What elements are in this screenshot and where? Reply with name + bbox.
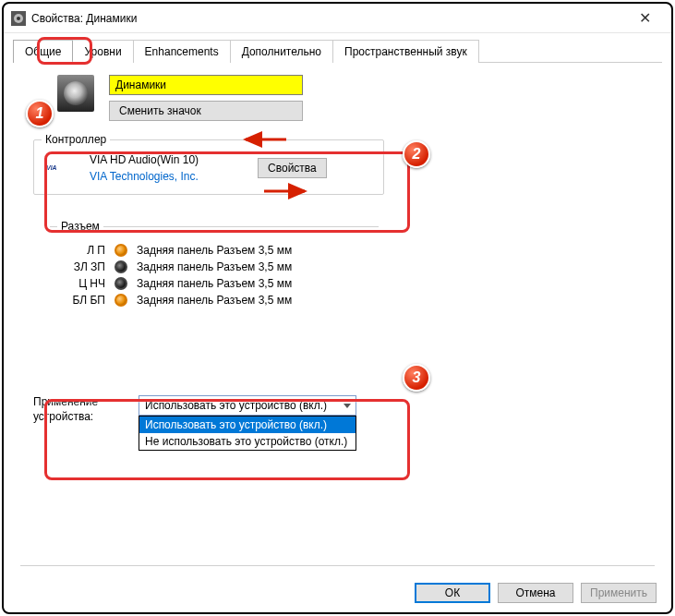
controller-properties-button[interactable]: Свойства [258, 158, 327, 178]
jack-row: ЗЛ ЗП Задняя панель Разъем 3,5 мм [61, 260, 368, 273]
titlebar: Свойства: Динамики ✕ [4, 4, 671, 33]
usage-option-off[interactable]: Не использовать это устройство (откл.) [139, 433, 356, 450]
jack-desc: Задняя панель Разъем 3,5 мм [137, 277, 292, 290]
tab-bar: Общие Уровни Enhancements Дополнительно … [4, 33, 671, 62]
device-icon [57, 75, 94, 112]
cancel-button[interactable]: Отмена [498, 583, 573, 603]
tab-levels[interactable]: Уровни [73, 40, 133, 63]
jack-color-icon [115, 294, 127, 307]
jack-color-icon [115, 260, 127, 273]
tab-general[interactable]: Общие [13, 40, 73, 63]
change-icon-button[interactable]: Сменить значок [109, 101, 303, 121]
jack-desc: Задняя панель Разъем 3,5 мм [137, 294, 292, 307]
jack-row: БЛ БП Задняя панель Разъем 3,5 мм [61, 294, 368, 307]
jack-group-title: Разъем [57, 220, 103, 233]
window-title: Свойства: Динамики [31, 12, 625, 25]
jack-row: Л П Задняя панель Разъем 3,5 мм [61, 244, 368, 257]
tab-enhancements[interactable]: Enhancements [134, 40, 231, 63]
jack-label: Л П [61, 244, 105, 257]
jack-row: Ц НЧ Задняя панель Разъем 3,5 мм [61, 277, 368, 290]
speaker-titlebar-icon [11, 11, 26, 26]
svg-point-2 [17, 17, 20, 20]
usage-label: Применение устройства: [33, 395, 120, 451]
jack-label: Ц НЧ [61, 277, 105, 290]
jack-label: БЛ БП [61, 294, 105, 307]
jack-label: ЗЛ ЗП [61, 260, 105, 273]
separator [20, 565, 655, 566]
tab-advanced[interactable]: Дополнительно [231, 40, 333, 63]
device-name-input[interactable] [109, 75, 303, 95]
tab-spatial[interactable]: Пространственный звук [333, 40, 479, 63]
jack-desc: Задняя панель Разъем 3,5 мм [137, 260, 292, 273]
controller-group-title: Контроллер [42, 133, 110, 146]
controller-vendor-link[interactable]: VIA Technologies, Inc. [90, 170, 199, 183]
usage-selected: Использовать это устройство (вкл.) [145, 399, 327, 412]
jack-color-icon [115, 244, 127, 257]
svg-text:VIA: VIA [46, 164, 56, 171]
via-logo-icon: VIA [45, 160, 77, 176]
usage-option-on[interactable]: Использовать это устройство (вкл.) [139, 417, 356, 433]
ok-button[interactable]: ОК [415, 583, 490, 603]
jack-desc: Задняя панель Разъем 3,5 мм [137, 244, 292, 257]
usage-combobox[interactable]: Использовать это устройство (вкл.) [139, 395, 356, 416]
controller-name: VIA HD Audio(Win 10) [90, 153, 199, 166]
jack-color-icon [115, 277, 127, 290]
close-icon[interactable]: ✕ [625, 9, 664, 27]
apply-button[interactable]: Применить [581, 583, 657, 603]
usage-dropdown-list: Использовать это устройство (вкл.) Не ис… [139, 416, 356, 451]
